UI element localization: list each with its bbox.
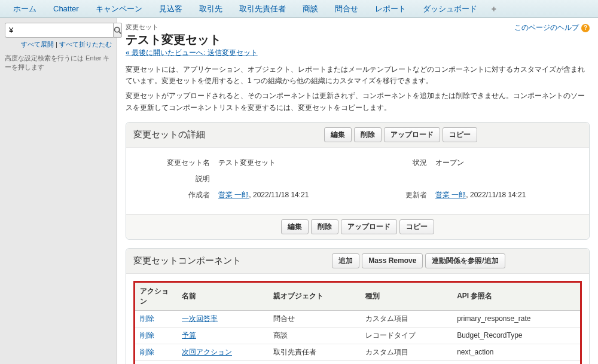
row-name-link[interactable]: 次回アクション (182, 348, 232, 356)
section-label: 変更セット (126, 23, 258, 32)
detail-panel: 変更セットの詳細 編集 削除 アップロード コピー 変更セット名 テスト変更セッ… (126, 122, 590, 240)
components-panel: 変更セットコンポーネント 追加 Mass Remove 連動関係を参照/追加 ア… (126, 248, 590, 364)
components-table: アクション 名前 親オブジェクト 種別 API 参照名 削除一次回答率問合せカス… (135, 283, 580, 364)
collapse-all-link[interactable]: すべて折りたたむ (59, 41, 112, 48)
intro-paragraph-1: 変更セットには、アプリケーション、オブジェクト、レポートまたはメールテンプレート… (126, 64, 590, 87)
row-name-link[interactable]: 一次回答率 (182, 314, 218, 323)
global-tabs: ホームChatterキャンペーン見込客取引先取引先責任者商談問合せレポートダッシ… (0, 0, 598, 18)
edit-button[interactable]: 編集 (324, 127, 352, 142)
row-parent: 見込客 (269, 360, 360, 364)
help-icon: ? (581, 24, 590, 32)
tab-7[interactable]: 問合せ (327, 0, 367, 18)
table-row: 削除次回アクション見込客カスタム項目next_action (135, 360, 580, 364)
tab-1[interactable]: Chatter (45, 1, 87, 17)
value-changeset-name: テスト変更セット (218, 158, 276, 168)
row-api: next_action (452, 360, 580, 364)
row-type: カスタム項目 (361, 344, 452, 360)
col-action: アクション (135, 283, 177, 311)
table-row: 削除予算商談レコードタイプBudget_RecordType (135, 327, 580, 344)
label-changeset-name: 変更セット名 (141, 158, 218, 168)
dependencies-button[interactable]: 連動関係を参照/追加 (425, 253, 505, 268)
row-api: next_action (452, 344, 580, 360)
updater-date: 2022/11/18 14:21 (470, 191, 526, 199)
page-title: テスト変更セット (126, 32, 258, 48)
back-link[interactable]: 最後に開いたビューへ: 送信変更セット (126, 48, 258, 57)
search-input[interactable] (5, 23, 114, 38)
detail-panel-title: 変更セットの詳細 (133, 129, 205, 140)
tab-5[interactable]: 取引先責任者 (231, 0, 294, 18)
add-tab-icon[interactable]: + (486, 1, 502, 17)
row-type: レコードタイプ (361, 327, 452, 344)
tab-0[interactable]: ホーム (5, 0, 45, 18)
tab-6[interactable]: 商談 (294, 0, 327, 18)
copy-button-bottom[interactable]: コピー (399, 219, 434, 234)
tab-8[interactable]: レポート (367, 0, 414, 18)
label-creator: 作成者 (141, 190, 218, 200)
creator-date: 2022/11/18 14:21 (253, 191, 309, 199)
add-component-button[interactable]: 追加 (332, 253, 359, 268)
tab-2[interactable]: キャンペーン (87, 0, 151, 18)
row-name-link[interactable]: 予算 (182, 331, 196, 339)
col-parent: 親オブジェクト (269, 283, 360, 311)
delete-button[interactable]: 削除 (354, 127, 382, 142)
row-api: Budget_RecordType (452, 327, 580, 344)
creator-link[interactable]: 営業 一郎 (218, 191, 249, 199)
table-row: 削除一次回答率問合せカスタム項目primary_response_rate (135, 310, 580, 327)
intro-paragraph-2: 変更セットがアップロードされると、そのコンポーネントは更新されず、コンポーネント… (126, 90, 590, 113)
search-hint: 高度な設定検索を行うには Enter キーを押します (5, 54, 112, 72)
value-status: オープン (435, 158, 464, 168)
label-updater: 更新者 (358, 190, 435, 200)
upload-button[interactable]: アップロード (384, 127, 440, 142)
components-highlight-box: アクション 名前 親オブジェクト 種別 API 参照名 削除一次回答率問合せカス… (133, 281, 582, 364)
mass-remove-button[interactable]: Mass Remove (362, 253, 423, 268)
updater-link[interactable]: 営業 一郎 (435, 191, 466, 199)
col-type: 種別 (361, 283, 452, 311)
upload-button-bottom[interactable]: アップロード (341, 219, 397, 234)
row-type: カスタム項目 (361, 360, 452, 364)
row-delete-link[interactable]: 削除 (140, 331, 154, 339)
row-api: primary_response_rate (452, 310, 580, 327)
copy-button[interactable]: コピー (443, 127, 477, 142)
col-name: 名前 (177, 283, 269, 311)
col-api: API 参照名 (452, 283, 580, 311)
tab-9[interactable]: ダッシュボード (414, 0, 486, 18)
row-delete-link[interactable]: 削除 (140, 348, 154, 356)
row-parent: 問合せ (269, 310, 360, 327)
row-parent: 商談 (269, 327, 360, 344)
main-content: 変更セット テスト変更セット 最後に開いたビューへ: 送信変更セット このページ… (117, 18, 598, 364)
edit-button-bottom[interactable]: 編集 (281, 219, 309, 234)
delete-button-bottom[interactable]: 削除 (311, 219, 338, 234)
row-delete-link[interactable]: 削除 (140, 314, 154, 323)
label-description: 説明 (141, 174, 218, 184)
tab-3[interactable]: 見込客 (151, 0, 191, 18)
table-row: 削除次回アクション取引先責任者カスタム項目next_action (135, 344, 580, 360)
row-type: カスタム項目 (361, 310, 452, 327)
sidebar: すべて展開 | すべて折りたたむ 高度な設定検索を行うには Enter キーを押… (0, 18, 117, 364)
components-panel-title: 変更セットコンポーネント (133, 255, 241, 267)
tab-4[interactable]: 取引先 (191, 0, 231, 18)
expand-all-link[interactable]: すべて展開 (21, 41, 54, 48)
page-help-link[interactable]: このページのヘルプ ? (514, 23, 590, 33)
row-parent: 取引先責任者 (269, 344, 360, 360)
label-status: 状況 (358, 158, 435, 168)
